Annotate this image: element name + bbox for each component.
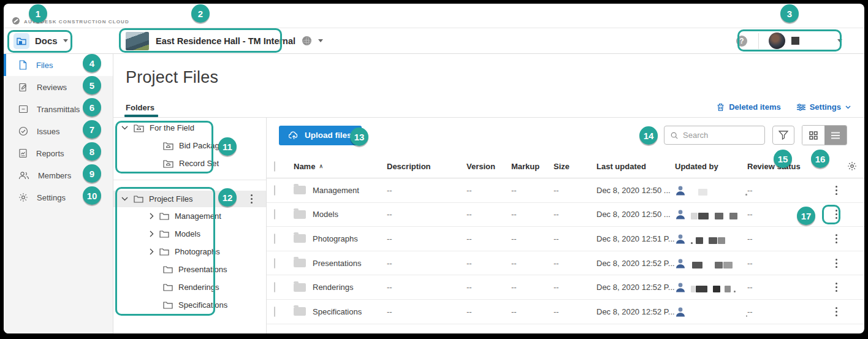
annotation-badge-9: 9	[83, 164, 101, 183]
annotation-user-area-box	[737, 29, 842, 51]
annotation-badge-2: 2	[191, 4, 210, 23]
annotation-project-selector-box	[119, 28, 282, 53]
annotation-badge-8: 8	[83, 142, 101, 161]
annotation-badge-15: 15	[774, 150, 792, 168]
annotation-badge-5: 5	[83, 76, 101, 94]
annotation-badge-14: 14	[639, 126, 658, 145]
annotation-field-group-box	[115, 121, 213, 173]
annotation-badge-4: 4	[83, 54, 101, 72]
annotation-badge-11: 11	[218, 137, 237, 156]
annotation-badge-16: 16	[811, 150, 829, 168]
annotation-badge-3: 3	[780, 4, 799, 23]
annotation-badge-6: 6	[83, 98, 101, 116]
annotation-badge-17: 17	[797, 207, 815, 225]
annotation-badge-1: 1	[29, 4, 47, 23]
annotation-badge-13: 13	[350, 128, 368, 146]
annotation-docs-switcher-box	[7, 30, 72, 53]
annotation-row-kebab-box	[822, 205, 840, 224]
annotation-badge-7: 7	[83, 120, 101, 139]
annotation-badge-12: 12	[218, 188, 237, 207]
annotation-badge-10: 10	[83, 186, 101, 205]
annotation-overlay: 1234567891011121314151617	[0, 0, 868, 339]
annotation-project-tree-box	[115, 187, 215, 316]
